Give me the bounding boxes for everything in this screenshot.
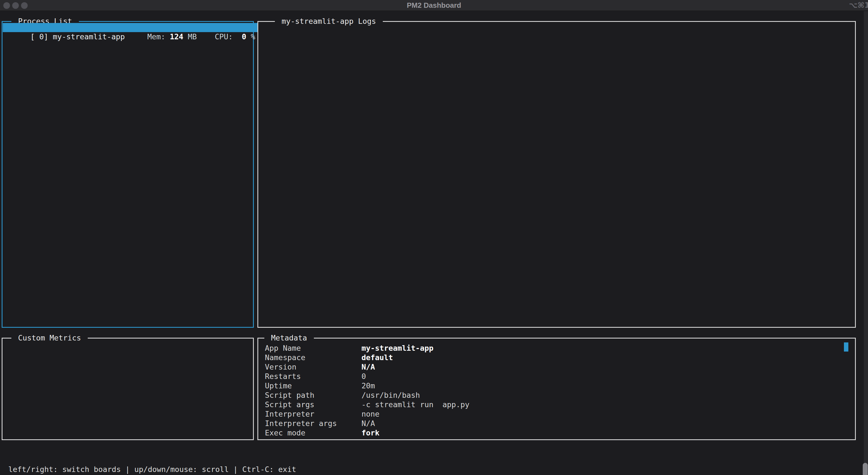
metadata-value: fork [362, 429, 379, 437]
metadata-label: Script path [265, 390, 362, 400]
pm2-dashboard-window: { "window": { "title": "PM2 Dashboard", … [0, 0, 868, 475]
cpu-value: 0 [242, 32, 246, 41]
tab-shortcut-hint: ⌥⌘1 [849, 0, 868, 11]
metadata-row: App Namemy-streamlit-app [265, 344, 844, 353]
metadata-row: Script path/usr/bin/bash [265, 390, 844, 400]
metadata-value: -c streamlit run app.py [362, 400, 469, 409]
process-row-selected[interactable]: [ 0] my-streamlit-app Mem: 124 MB CPU: 0… [3, 23, 279, 32]
window-titlebar: PM2 Dashboard ⌥⌘1 [0, 0, 868, 11]
metadata-label: Restarts [265, 372, 362, 381]
metadata-label: Uptime [265, 381, 362, 390]
metadata-row: Interpreter argsN/A [265, 419, 844, 428]
window-scrollbar-thumb[interactable] [863, 463, 868, 475]
metadata-value: none [362, 410, 379, 418]
custom-metrics-panel: Custom Metrics [2, 338, 254, 440]
metadata-panel: Metadata App Namemy-streamlit-app Namesp… [257, 338, 856, 440]
metadata-scrollbar-thumb[interactable] [844, 342, 848, 352]
mem-label: Mem: [147, 32, 170, 41]
metadata-value: N/A [362, 362, 375, 371]
process-id-name: [ 0] my-streamlit-app [30, 32, 148, 41]
metadata-label: Script args [265, 400, 362, 409]
metadata-value: 0 [362, 372, 366, 381]
window-title: PM2 Dashboard [0, 0, 868, 11]
metadata-row: Exec modefork [265, 428, 844, 438]
metadata-title: Metadata [264, 333, 314, 343]
metadata-row: Uptime20m [265, 381, 844, 390]
metadata-label: Version [265, 362, 362, 372]
metadata-value: 20m [362, 381, 375, 390]
custom-metrics-title: Custom Metrics [11, 333, 88, 343]
metadata-label: App Name [265, 344, 362, 353]
metadata-row: Restarts0 [265, 372, 844, 381]
metadata-row: Namespacedefault [265, 353, 844, 362]
process-list-panel: Process List [ 0] my-streamlit-app Mem: … [2, 21, 254, 328]
metadata-value: N/A [362, 419, 375, 428]
metadata-value: default [362, 353, 393, 362]
metadata-row: VersionN/A [265, 362, 844, 372]
metadata-label: Exec mode [265, 428, 362, 438]
metadata-label: Namespace [265, 353, 362, 362]
metadata-row: Interpreternone [265, 409, 844, 419]
cpu-label: CPU: [215, 32, 242, 41]
window-scrollbar-track[interactable] [864, 11, 868, 475]
metadata-value: /usr/bin/bash [362, 391, 420, 400]
status-bar: left/right: switch boards | up/down/mous… [8, 455, 856, 465]
metadata-label: Interpreter [265, 409, 362, 419]
metadata-rows: App Namemy-streamlit-app Namespacedefaul… [265, 344, 844, 438]
logs-panel-title: my-streamlit-app Logs [275, 17, 383, 26]
metadata-value: my-streamlit-app [362, 344, 433, 352]
logs-panel: my-streamlit-app Logs [257, 21, 856, 328]
mem-unit: MB [183, 32, 215, 41]
metadata-row: Script args-c streamlit run app.py [265, 400, 844, 409]
metadata-label: Interpreter args [265, 419, 362, 428]
keybinding-help: left/right: switch boards | up/down/mous… [8, 465, 296, 474]
terminal-screen: Process List [ 0] my-streamlit-app Mem: … [0, 11, 868, 475]
mem-value: 124 [170, 32, 183, 41]
